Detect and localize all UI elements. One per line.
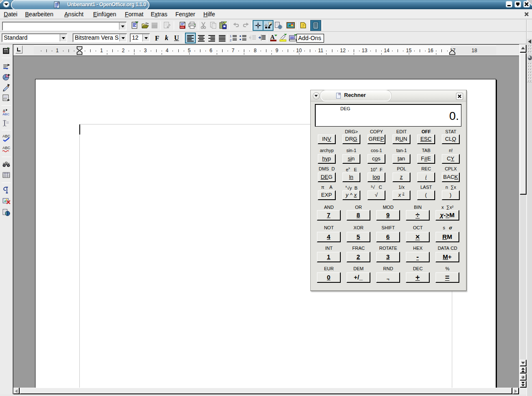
svg-text:2: 2	[230, 38, 232, 42]
svg-text:ABC: ABC	[3, 112, 10, 116]
svg-text:A: A	[270, 34, 275, 41]
svg-text:ABC: ABC	[3, 134, 10, 138]
svg-text:1: 1	[230, 34, 232, 38]
svg-text:ABC: ABC	[3, 146, 10, 150]
